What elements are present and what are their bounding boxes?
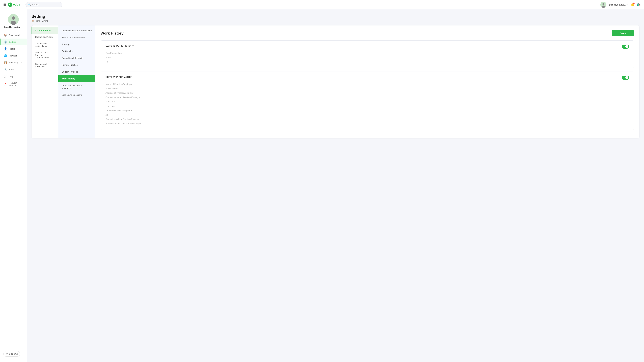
history-toggle[interactable] xyxy=(622,76,629,80)
sidebar-bottom: ↩ Sign Out xyxy=(0,349,27,359)
subnav-col2-item-disclosure[interactable]: Disclosure Questions xyxy=(58,91,95,98)
subnav-col1-label: Customized Verifications xyxy=(35,42,47,47)
gaps-in-work-history-section: GAPS IN WORK HISTORY Gap Explanation Fro… xyxy=(100,40,634,68)
faq-icon: 💬 xyxy=(4,75,7,78)
subnav-col1-item-new-affiliated[interactable]: New Affiliated Provider Correspondence xyxy=(32,49,58,61)
sidebar-item-label: Request Support xyxy=(9,82,23,87)
field-end-date: End Date xyxy=(106,104,629,108)
sidebar-item-reporting[interactable]: 📋 Reporting ↖ xyxy=(0,59,27,66)
subnav-col2-item-primary-practice[interactable]: Primary Practice xyxy=(58,61,95,68)
sidebar-nav: 🏠 Dashboard ⚙️ Setting 👤 Profile 🌐 Provi… xyxy=(0,32,27,349)
chevron-down-icon: ▼ xyxy=(21,26,23,28)
svg-text:e: e xyxy=(9,3,10,6)
sidebar-item-label: Reporting xyxy=(9,61,18,64)
sidebar-username[interactable]: Luis Hernandez ▼ xyxy=(4,26,23,28)
topnav-username[interactable]: Luis Hernandez ▼ xyxy=(609,3,628,6)
logo-text: eddy xyxy=(13,3,20,6)
subnav-col2-label: Training xyxy=(62,43,70,45)
subnav-col1-item-customized-verifications[interactable]: Customized Verifications xyxy=(32,40,58,49)
subnav-col2-label: Primary Practice xyxy=(62,64,78,66)
subnav-col1-label: New Affiliated Provider Correspondence xyxy=(35,51,51,59)
save-button[interactable]: Save xyxy=(612,30,634,36)
subnav-col2-item-personal[interactable]: Personal/Individual Information xyxy=(58,27,95,34)
sign-out-icon: ↩ xyxy=(6,353,8,355)
sidebar-item-label: Provider xyxy=(9,54,17,57)
search-input[interactable] xyxy=(32,3,60,6)
sidebar-item-setting[interactable]: ⚙️ Setting xyxy=(0,38,27,45)
sidebar-item-label: Setting xyxy=(9,41,16,43)
field-zip: Zip xyxy=(106,113,629,117)
home-icon: 🏠 xyxy=(32,20,34,22)
history-toggle-slider xyxy=(622,76,629,80)
layout: Luis Hernandez ▼ 🏠 Dashboard ⚙️ Setting … xyxy=(0,0,644,362)
content-title: Work History xyxy=(100,31,124,35)
field-address-practice: Address of Practice/Employer xyxy=(106,91,629,95)
subnav-col2-label: Personal/Individual Information xyxy=(62,29,92,32)
search-icon: 🔍 xyxy=(28,3,31,6)
history-section-fields: Name of Practice/Employer Position/Title… xyxy=(106,82,629,126)
field-gap-explanation: Gap Explanation xyxy=(106,51,629,55)
field-phone-number: Phone Number of Practice/Employer xyxy=(106,121,629,126)
subnav-col2-label: Disclosure Questions xyxy=(62,94,82,96)
chevron-down-icon: ▼ xyxy=(626,4,628,5)
topnav-avatar xyxy=(600,2,606,8)
subnav-col2-item-certification[interactable]: Certification xyxy=(58,48,95,55)
sidebar-item-label: Dashboard xyxy=(9,34,20,36)
subnav-col2-item-work-history[interactable]: Work History xyxy=(58,75,95,82)
sidebar-item-faq[interactable]: 💬 Faq xyxy=(0,73,27,80)
field-position-title: Position/Title xyxy=(106,86,629,91)
field-currently-working: I am currently working here xyxy=(106,108,629,113)
request-support-icon: 📩 xyxy=(4,83,7,86)
svg-point-7 xyxy=(11,21,16,25)
provider-icon: 🌐 xyxy=(4,54,7,57)
field-name-practice: Name of Practice/Employer xyxy=(106,82,629,86)
profile-icon: 👤 xyxy=(4,47,7,50)
breadcrumb-home[interactable]: Home xyxy=(35,20,40,22)
subnav-col2-label: Certification xyxy=(62,50,73,52)
subnav-col2-item-specialities[interactable]: Specialities Informatio xyxy=(58,55,95,61)
history-section-header: HISTORY INFORMATION xyxy=(106,76,629,80)
subnav-col1-item-customized-alerts[interactable]: Customized Alerts xyxy=(32,34,58,40)
topnav: ☰ e eddy 🔍 Luis Hernandez ▼ 🔔 xyxy=(0,0,644,9)
sign-out-label: Sign Out xyxy=(9,353,18,355)
bell-icon[interactable]: 🔔 xyxy=(630,3,634,6)
bag-icon[interactable]: 🛍️ xyxy=(637,3,641,6)
subnav-col2-label: Specialities Informatio xyxy=(62,57,83,59)
history-section-title: HISTORY INFORMATION xyxy=(106,76,132,78)
subnav-col2-item-educational[interactable]: Educational Information xyxy=(58,34,95,41)
svg-point-6 xyxy=(12,16,15,20)
sidebar-item-request-support[interactable]: 📩 Request Support xyxy=(0,80,27,88)
content-col: Work History Save GAPS IN WORK HISTORY G… xyxy=(95,25,639,138)
sidebar-item-label: Tools xyxy=(9,68,14,71)
gaps-toggle-slider xyxy=(622,44,629,49)
subnav-col1-label: Common Form xyxy=(35,29,50,32)
logo: e eddy xyxy=(8,2,20,7)
sidebar-item-tools[interactable]: 🔧 Tools xyxy=(0,66,27,73)
panel-container: Common Form Customized Alerts Customized… xyxy=(32,25,639,138)
subnav-col2-item-current-privilege[interactable]: Current Privilege xyxy=(58,68,95,75)
tools-icon: 🔧 xyxy=(4,68,7,71)
sidebar-item-provider[interactable]: 🌐 Provider xyxy=(0,52,27,59)
sidebar: Luis Hernandez ▼ 🏠 Dashboard ⚙️ Setting … xyxy=(0,9,27,362)
breadcrumb: 🏠 Home / Setting xyxy=(32,20,639,22)
cursor-indicator: ↖ xyxy=(20,61,22,64)
gaps-section-header: GAPS IN WORK HISTORY xyxy=(106,44,629,49)
subnav-col1-item-customized-privileges[interactable]: Customized Privileges xyxy=(32,61,58,70)
breadcrumb-current: Setting xyxy=(42,20,48,22)
subnav-col2-item-professional-liability[interactable]: Professional Liability Insurance xyxy=(58,82,95,91)
hamburger-icon[interactable]: ☰ xyxy=(3,3,6,6)
subnav-col2-item-training[interactable]: Training xyxy=(58,41,95,48)
subnav-col1: Common Form Customized Alerts Customized… xyxy=(32,25,58,138)
subnav-col2-label: Educational Information xyxy=(62,36,85,39)
search-bar[interactable]: 🔍 xyxy=(26,2,62,7)
gaps-toggle[interactable] xyxy=(622,44,629,49)
field-contact-name: Contact name for Practice/Employer xyxy=(106,95,629,99)
sidebar-item-dashboard[interactable]: 🏠 Dashboard xyxy=(0,32,27,38)
sidebar-item-profile[interactable]: 👤 Profile xyxy=(0,45,27,52)
gaps-section-title: GAPS IN WORK HISTORY xyxy=(106,44,134,47)
sign-out-button[interactable]: ↩ Sign Out xyxy=(3,351,20,357)
logo-icon: e xyxy=(8,2,12,7)
subnav-col1-label: Customized Privileges xyxy=(35,63,46,68)
dashboard-icon: 🏠 xyxy=(4,33,7,37)
subnav-col1-item-common-form[interactable]: Common Form xyxy=(32,27,58,34)
